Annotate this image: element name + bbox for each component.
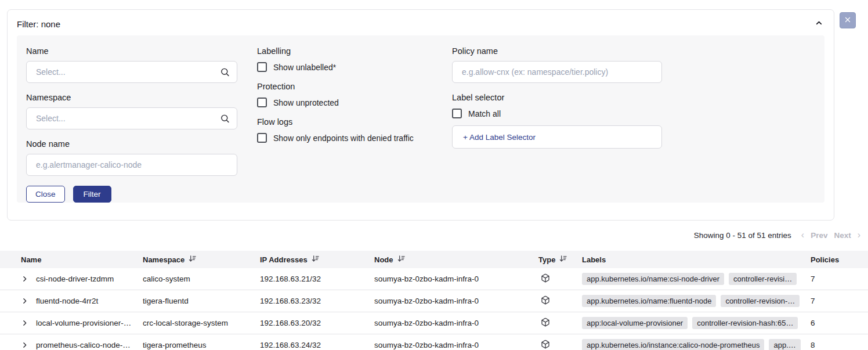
- filter-panel-header: Filter: none: [8, 10, 834, 35]
- endpoint-namespace: tigera-fluentd: [143, 297, 260, 305]
- col-header-namespace[interactable]: Namespace: [143, 255, 260, 264]
- pagination-bar: Showing 0 - 51 of 51 entries ‹ Prev Next…: [694, 230, 860, 240]
- search-icon: [220, 67, 230, 77]
- namespace-select-input[interactable]: [26, 107, 237, 129]
- label-chip: controller-revision-hash:65…: [692, 317, 798, 329]
- label-chip: controller-revisi…: [729, 273, 797, 285]
- endpoint-policies-count: 7: [811, 275, 868, 283]
- col-header-policies: Policies: [811, 255, 868, 264]
- endpoint-ip: 192.168.63.20/32: [260, 319, 374, 327]
- denied-traffic-label: Show only endpoints with denied traffic: [273, 133, 414, 143]
- search-icon: [220, 114, 230, 124]
- namespace-label: Namespace: [26, 93, 237, 102]
- chevron-up-icon: [815, 19, 823, 29]
- endpoint-namespace: calico-system: [143, 275, 260, 283]
- label-chip: app.kubernetes.io/instance:calico-node-p…: [582, 339, 764, 350]
- show-unprotected-label: Show unprotected: [273, 98, 339, 107]
- table-row[interactable]: csi-node-driver-tzdmm calico-system 192.…: [0, 268, 868, 290]
- row-expand-chevron-icon[interactable]: [21, 275, 28, 283]
- match-all-label: Match all: [468, 109, 501, 118]
- panel-close-button[interactable]: [840, 12, 856, 28]
- next-button[interactable]: Next: [834, 231, 851, 240]
- table-header: Name Namespace IP Addresses Node: [0, 251, 868, 268]
- col-header-node[interactable]: Node: [374, 255, 538, 264]
- filter-panel: Filter: none Name Namespace: [7, 9, 834, 221]
- filter-collapse-button[interactable]: [813, 17, 824, 30]
- name-label: Name: [26, 46, 237, 56]
- endpoint-node: soumya-bz-0zbo-kadm-infra-0: [374, 297, 538, 305]
- show-unprotected-checkbox-row[interactable]: Show unprotected: [257, 98, 432, 107]
- table-row[interactable]: local-volume-provisioner-… crc-local-sto…: [0, 312, 868, 334]
- endpoint-name: fluentd-node-4rr2t: [36, 297, 98, 305]
- node-name-input[interactable]: [26, 154, 237, 176]
- show-unlabelled-label: Show unlabelled*: [273, 63, 336, 72]
- policy-name-label: Policy name: [452, 46, 662, 56]
- filter-column-right: Policy name Label selector Match all + A…: [452, 46, 662, 203]
- col-header-name: Name: [0, 255, 143, 264]
- close-icon: [844, 16, 851, 25]
- endpoints-table: Name Namespace IP Addresses Node: [0, 251, 868, 350]
- close-button[interactable]: Close: [26, 186, 65, 203]
- filter-column-middle: Labelling Show unlabelled* Protection Sh…: [257, 46, 432, 203]
- endpoint-name: prometheus-calico-node-…: [36, 341, 131, 349]
- endpoint-policies-count: 7: [811, 297, 868, 305]
- endpoint-node: soumya-bz-0zbo-kadm-infra-0: [374, 275, 538, 283]
- filter-column-left: Name Namespace Node name: [26, 46, 237, 203]
- workload-cube-icon: [541, 340, 550, 350]
- sort-icon[interactable]: [397, 255, 405, 264]
- endpoint-ip: 192.168.63.23/32: [260, 297, 374, 305]
- endpoints-page: Filter: none Name Namespace: [0, 0, 868, 350]
- endpoint-policies-count: 6: [811, 319, 868, 327]
- next-chevron-icon[interactable]: ›: [858, 230, 860, 240]
- workload-cube-icon: [541, 295, 550, 306]
- workload-cube-icon: [541, 317, 550, 329]
- name-select-input[interactable]: [26, 61, 237, 83]
- flow-logs-label: Flow logs: [257, 117, 432, 127]
- endpoint-name: local-volume-provisioner-…: [36, 319, 131, 327]
- label-selector-label: Label selector: [452, 93, 662, 102]
- denied-traffic-checkbox-row[interactable]: Show only endpoints with denied traffic: [257, 133, 432, 143]
- label-chip: controller-revision-…: [721, 295, 800, 307]
- sort-icon[interactable]: [312, 255, 319, 264]
- col-header-ip-addresses[interactable]: IP Addresses: [260, 255, 374, 264]
- endpoint-policies-count: 8: [811, 341, 868, 349]
- endpoint-node: soumya-bz-0zbo-kadm-infra-0: [374, 319, 538, 327]
- node-name-label: Node name: [26, 139, 237, 149]
- row-expand-chevron-icon[interactable]: [21, 319, 28, 327]
- col-header-type[interactable]: Type: [538, 255, 582, 264]
- label-chip: app:local-volume-provisioner: [582, 317, 688, 329]
- endpoint-name: csi-node-driver-tzdmm: [36, 275, 114, 283]
- policy-name-input[interactable]: [452, 61, 662, 83]
- labelling-label: Labelling: [257, 46, 432, 56]
- filter-button[interactable]: Filter: [73, 186, 111, 203]
- add-label-selector-button[interactable]: + Add Label Selector: [452, 125, 662, 149]
- show-unprotected-checkbox[interactable]: [257, 98, 267, 107]
- match-all-checkbox-row[interactable]: Match all: [452, 109, 662, 118]
- endpoint-ip: 192.168.63.21/32: [260, 275, 374, 283]
- workload-cube-icon: [541, 273, 550, 284]
- label-chip: app.…: [769, 339, 800, 350]
- denied-traffic-checkbox[interactable]: [257, 133, 267, 143]
- sort-icon[interactable]: [559, 255, 567, 264]
- table-row[interactable]: fluentd-node-4rr2t tigera-fluentd 192.16…: [0, 290, 868, 312]
- table-row[interactable]: prometheus-calico-node-… tigera-promethe…: [0, 334, 868, 350]
- endpoint-ip: 192.168.63.24/32: [260, 341, 374, 349]
- label-chip: app.kubernetes.io/name:fluentd-node: [582, 295, 716, 307]
- filter-title: Filter: none: [17, 19, 60, 29]
- endpoint-node: soumya-bz-0zbo-kadm-infra-0: [374, 341, 538, 349]
- row-expand-chevron-icon[interactable]: [21, 341, 28, 349]
- protection-label: Protection: [257, 82, 432, 91]
- col-header-labels: Labels: [582, 255, 811, 264]
- sort-icon[interactable]: [189, 255, 196, 264]
- show-unlabelled-checkbox[interactable]: [257, 62, 267, 72]
- entries-summary: Showing 0 - 51 of 51 entries: [694, 231, 791, 240]
- label-chip: app.kubernetes.io/name:csi-node-driver: [582, 273, 724, 285]
- endpoint-namespace: crc-local-storage-system: [143, 319, 260, 327]
- prev-button[interactable]: Prev: [811, 231, 827, 240]
- show-unlabelled-checkbox-row[interactable]: Show unlabelled*: [257, 62, 432, 72]
- filter-form: Name Namespace Node name: [17, 35, 824, 203]
- match-all-checkbox[interactable]: [452, 109, 462, 118]
- row-expand-chevron-icon[interactable]: [21, 297, 28, 305]
- prev-chevron-icon[interactable]: ‹: [801, 230, 804, 240]
- endpoint-namespace: tigera-prometheus: [143, 341, 260, 349]
